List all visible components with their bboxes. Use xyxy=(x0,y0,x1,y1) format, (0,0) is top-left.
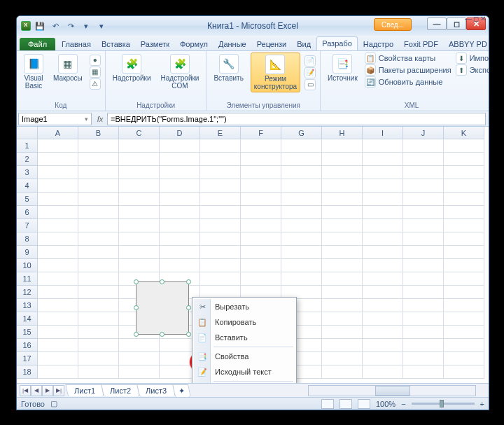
tab-view[interactable]: Вид xyxy=(292,38,316,50)
cell[interactable] xyxy=(322,339,363,352)
row-header[interactable]: 18 xyxy=(17,365,38,379)
cell[interactable] xyxy=(160,259,200,272)
row-header[interactable]: 11 xyxy=(17,272,38,286)
cell[interactable] xyxy=(403,232,444,246)
view-page-layout[interactable] xyxy=(340,399,352,409)
info-button[interactable]: Свед... xyxy=(374,18,412,31)
cell[interactable] xyxy=(403,246,444,259)
qat-save[interactable]: 💾 xyxy=(34,20,46,32)
cell[interactable] xyxy=(322,139,363,153)
resize-handle[interactable] xyxy=(186,332,191,337)
row-header[interactable]: 17 xyxy=(17,352,38,365)
cell[interactable] xyxy=(444,365,484,379)
cell[interactable] xyxy=(241,193,281,206)
cell[interactable] xyxy=(403,259,444,272)
workbook-restore[interactable]: ◻ xyxy=(473,15,479,22)
cell[interactable] xyxy=(119,352,160,365)
row-header[interactable]: 16 xyxy=(17,339,38,352)
resize-handle[interactable] xyxy=(186,305,191,310)
col-header[interactable]: D xyxy=(160,127,200,139)
cell[interactable] xyxy=(241,272,281,286)
cell[interactable] xyxy=(38,219,78,232)
macro-security-button[interactable]: ⚠ xyxy=(90,78,101,90)
cell[interactable] xyxy=(38,365,78,379)
resize-handle[interactable] xyxy=(134,332,139,337)
tab-addins[interactable]: Надстро xyxy=(358,38,398,50)
qat-dropdown-2[interactable]: ▾ xyxy=(95,20,108,32)
cell[interactable] xyxy=(38,246,78,259)
cell[interactable] xyxy=(444,259,484,272)
cell[interactable] xyxy=(322,272,363,286)
cell[interactable] xyxy=(119,166,160,179)
cell[interactable] xyxy=(200,206,241,219)
ctx-cut[interactable]: ✂Вырезать xyxy=(194,299,295,314)
cell[interactable] xyxy=(200,246,241,259)
cell[interactable] xyxy=(363,166,403,179)
cell[interactable] xyxy=(38,326,78,339)
cell[interactable] xyxy=(78,206,119,219)
row-header[interactable]: 5 xyxy=(17,193,38,206)
cell[interactable] xyxy=(78,153,119,166)
cell[interactable] xyxy=(38,166,78,179)
select-all-corner[interactable] xyxy=(17,127,38,139)
cell[interactable] xyxy=(322,153,363,166)
maximize-button[interactable]: ◻ xyxy=(447,18,466,30)
cell[interactable] xyxy=(78,232,119,246)
tab-home[interactable]: Главная xyxy=(57,38,96,50)
cell[interactable] xyxy=(119,179,160,193)
fx-label[interactable]: fx xyxy=(93,115,107,123)
cell[interactable] xyxy=(444,206,484,219)
cell[interactable] xyxy=(403,312,444,326)
cell[interactable] xyxy=(281,219,322,232)
zoom-percent[interactable]: 100% xyxy=(376,400,396,408)
cell[interactable] xyxy=(363,312,403,326)
cell[interactable] xyxy=(363,179,403,193)
cell[interactable] xyxy=(403,339,444,352)
cell[interactable] xyxy=(444,326,484,339)
cell[interactable] xyxy=(281,166,322,179)
cell[interactable] xyxy=(363,153,403,166)
cell[interactable] xyxy=(78,259,119,272)
design-mode-button[interactable]: 📐Режим конструктора xyxy=(251,53,300,92)
tab-insert[interactable]: Вставка xyxy=(97,38,135,50)
cell[interactable] xyxy=(38,299,78,312)
row-header[interactable]: 8 xyxy=(17,232,38,246)
cell[interactable] xyxy=(241,259,281,272)
cell[interactable] xyxy=(38,153,78,166)
row-header[interactable]: 4 xyxy=(17,179,38,193)
cell[interactable] xyxy=(363,193,403,206)
tab-developer[interactable]: Разрабо xyxy=(316,36,358,50)
cell[interactable] xyxy=(444,246,484,259)
row-header[interactable]: 15 xyxy=(17,326,38,339)
cell[interactable] xyxy=(38,339,78,352)
cell[interactable] xyxy=(160,166,200,179)
cell[interactable] xyxy=(281,179,322,193)
cell[interactable] xyxy=(78,299,119,312)
qat-undo[interactable]: ↶ xyxy=(49,20,62,32)
row-header[interactable]: 2 xyxy=(17,153,38,166)
resize-handle[interactable] xyxy=(160,332,164,337)
qat-redo[interactable]: ↷ xyxy=(64,20,77,32)
cell[interactable] xyxy=(119,246,160,259)
cell[interactable] xyxy=(363,232,403,246)
cell[interactable] xyxy=(160,153,200,166)
cell[interactable] xyxy=(363,326,403,339)
cell[interactable] xyxy=(281,153,322,166)
cell[interactable] xyxy=(119,365,160,379)
macros-button[interactable]: ▦Макросы xyxy=(50,53,85,91)
cell[interactable] xyxy=(322,219,363,232)
cell[interactable] xyxy=(403,139,444,153)
cell[interactable] xyxy=(444,193,484,206)
sheet-nav-last[interactable]: ▶| xyxy=(53,385,64,396)
cell[interactable] xyxy=(78,246,119,259)
record-macro-button[interactable]: ● xyxy=(90,55,101,66)
cell[interactable] xyxy=(38,286,78,299)
qat-dropdown-1[interactable]: ▾ xyxy=(80,20,92,32)
cell[interactable] xyxy=(281,139,322,153)
cell[interactable] xyxy=(78,312,119,326)
cell[interactable] xyxy=(403,299,444,312)
cell[interactable] xyxy=(363,272,403,286)
cell[interactable] xyxy=(363,365,403,379)
macro-indicator-icon[interactable]: ▢ xyxy=(50,399,57,408)
cell[interactable] xyxy=(241,166,281,179)
